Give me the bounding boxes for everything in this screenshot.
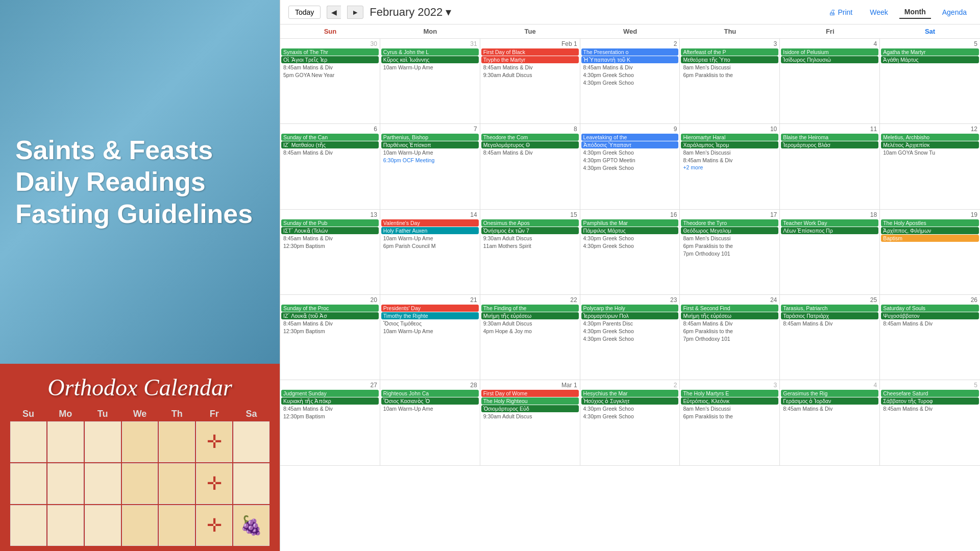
event-pill[interactable]: 8:45am Matins & Div xyxy=(681,157,778,164)
event-pill[interactable]: Meletius, Archbisho xyxy=(881,134,979,141)
event-pill[interactable]: 8:45am Matins & Div xyxy=(881,320,979,327)
event-pill[interactable]: Hieromartyr Haral xyxy=(681,134,778,141)
event-pill[interactable]: 6pm Parish Council M xyxy=(381,242,479,249)
event-pill[interactable]: Ψυχοσάββατον xyxy=(881,312,979,319)
event-pill[interactable]: The Presentation o xyxy=(581,48,679,56)
event-pill[interactable]: 6pm Paraklisis to the xyxy=(681,242,778,249)
more-events-link[interactable]: +2 more xyxy=(681,164,705,171)
event-pill[interactable]: 8:45am Matins & Div xyxy=(881,405,979,412)
event-pill[interactable]: First Day of Black xyxy=(481,48,579,56)
event-pill[interactable]: 8am Men's Discussi xyxy=(681,64,778,71)
event-pill[interactable]: Ἱερομάρτυρος Βλάσ xyxy=(781,141,878,148)
event-pill[interactable]: Ἡσύχιος ὁ Συγκλητ xyxy=(581,397,679,405)
event-pill[interactable]: Presidents' Day xyxy=(381,305,479,312)
next-button[interactable]: ► xyxy=(347,6,363,19)
event-pill[interactable]: 12:30pm Baptism xyxy=(281,413,379,420)
event-pill[interactable]: ΙΖ΄ Ματθαίου (τῆς xyxy=(281,141,379,148)
month-view-button[interactable]: Month xyxy=(899,6,931,19)
event-pill[interactable]: 8:45am Matins & Div xyxy=(281,320,379,327)
event-pill[interactable]: 4:30pm Greek Schoo xyxy=(581,71,679,79)
event-pill[interactable]: 8:45am Matins & Div xyxy=(781,405,878,412)
event-pill[interactable]: Μελέτιος Ἀρχιεπίσκ xyxy=(881,141,979,148)
event-pill[interactable]: Cyrus & John the L xyxy=(381,48,479,56)
event-pill[interactable]: 8:45am Matins & Div xyxy=(481,64,579,71)
event-pill[interactable]: Afterfeast of the P xyxy=(681,48,778,56)
event-pill[interactable]: Gerasimus the Rig xyxy=(781,390,878,397)
event-pill[interactable]: Theodore the Com xyxy=(481,134,579,141)
event-pill[interactable]: 4:30pm Greek Schoo xyxy=(581,405,679,412)
event-pill[interactable]: Εὐτρόπιος, Κλεόνικ xyxy=(681,397,778,405)
print-button[interactable]: 🖨 Print xyxy=(828,8,852,16)
event-pill[interactable]: 9:30am Adult Discus xyxy=(481,320,579,327)
event-pill[interactable]: Theodore the Tyro xyxy=(681,219,778,227)
event-pill[interactable]: Μνήμη τῆς εὑρέσεω xyxy=(481,312,579,319)
event-pill[interactable]: Synaxis of The Thr xyxy=(281,48,379,56)
event-pill[interactable]: Parthenius, Bishop xyxy=(381,134,479,141)
event-pill[interactable]: 4:30pm Greek Schoo xyxy=(581,79,679,86)
event-pill[interactable]: Ἀρχίππος, Φιλήμων xyxy=(881,227,979,234)
event-pill[interactable]: 7pm Orthodoxy 101 xyxy=(681,250,778,257)
event-pill[interactable]: 4:30pm Greek Schoo xyxy=(581,164,679,171)
event-pill[interactable]: 12:30pm Baptism xyxy=(281,328,379,335)
event-pill[interactable]: 8:45am Matins & Div xyxy=(281,235,379,242)
event-pill[interactable]: 4:30pm Greek Schoo xyxy=(581,149,679,156)
event-pill[interactable]: 10am Warm-Up Ame xyxy=(381,149,479,156)
event-pill[interactable]: Χαράλαμπος Ἱερομ xyxy=(681,141,778,148)
event-pill[interactable]: 11am Mothers Spirit xyxy=(481,242,579,249)
event-pill[interactable]: Ταράσιος Πατριάρχ xyxy=(781,312,878,319)
event-pill[interactable]: The Holy Apostles xyxy=(881,219,979,227)
event-pill[interactable]: Πάμφιλος Μάρτυς xyxy=(581,227,679,234)
event-pill[interactable]: The Holy Righteou xyxy=(481,397,579,405)
event-pill[interactable]: 7pm Orthodoxy 101 xyxy=(681,335,778,342)
event-pill[interactable]: 10am Warm-Up Ame xyxy=(381,64,479,71)
event-pill[interactable]: ΙΖ΄ Λουκᾶ (τοῦ Ἀσ xyxy=(281,312,379,319)
event-pill[interactable]: Ὀνήσιμος ἐκ τῶν 7 xyxy=(481,227,579,234)
event-pill[interactable]: 10am Warm-Up Ame xyxy=(381,235,479,242)
event-pill[interactable]: First Day of Wome xyxy=(481,390,579,397)
event-pill[interactable]: 5pm GOYA New Year xyxy=(281,71,379,79)
event-pill[interactable]: Ὅσιος Τιμόθεος xyxy=(381,320,479,327)
event-pill[interactable]: Μεθεόρτια τῆς Ὑπο xyxy=(681,56,778,63)
event-pill[interactable]: Hesychius the Mar xyxy=(581,390,679,397)
event-pill[interactable]: 4:30pm Greek Schoo xyxy=(581,328,679,335)
event-pill[interactable]: Righteous John Ca xyxy=(381,390,479,397)
event-pill[interactable]: 10am Warm-Up Ame xyxy=(381,328,479,335)
event-pill[interactable]: 9:30am Adult Discus xyxy=(481,413,579,420)
event-pill[interactable]: Ἰσίδωρος Πηλουσιώ xyxy=(781,56,878,63)
month-title-text[interactable]: February 2022 xyxy=(370,6,443,18)
event-pill[interactable]: Παρθένιος Ἐπίσκοπ xyxy=(381,141,479,148)
event-pill[interactable]: Κῦρος καὶ Ἰωάννης xyxy=(381,56,479,63)
event-pill[interactable]: 8:45am Matins & Div xyxy=(481,149,579,156)
event-pill[interactable]: Polycarp the Holy xyxy=(581,305,679,312)
event-pill[interactable]: 8am Men's Discussi xyxy=(681,405,778,412)
event-pill[interactable]: Blaise the Heiroma xyxy=(781,134,878,141)
event-pill[interactable]: Valentine's Day xyxy=(381,219,479,227)
event-pill[interactable]: Trypho the Martyr xyxy=(481,56,579,63)
event-pill[interactable]: 8:45am Matins & Div xyxy=(281,149,379,156)
event-pill[interactable]: 4:30pm Greek Schoo xyxy=(581,235,679,242)
agenda-view-button[interactable]: Agenda xyxy=(937,6,972,18)
event-pill[interactable]: 10am Warm-Up Ame xyxy=(381,405,479,412)
event-pill[interactable]: Timothy the Righte xyxy=(381,312,479,319)
event-pill[interactable]: Κυριακὴ τῆς Ἀπόκρ xyxy=(281,397,379,405)
event-pill[interactable]: Sunday of the Can xyxy=(281,134,379,141)
event-pill[interactable]: 9:30am Adult Discus xyxy=(481,235,579,242)
event-pill[interactable]: 4:30pm GPTO Meetin xyxy=(581,157,679,164)
event-pill[interactable]: Sunday of the Proc xyxy=(281,305,379,312)
event-pill[interactable]: Leavetaking of the xyxy=(581,134,679,141)
week-view-button[interactable]: Week xyxy=(865,6,893,18)
event-pill[interactable]: Θεόδωρος Μεγαλομ xyxy=(681,227,778,234)
event-pill[interactable]: Pamphilus the Mar xyxy=(581,219,679,227)
event-pill[interactable]: 4:30pm Greek Schoo xyxy=(581,242,679,249)
event-pill[interactable]: 4:30pm Greek Schoo xyxy=(581,413,679,420)
event-pill[interactable]: Isidore of Pelusium xyxy=(781,48,878,56)
event-pill[interactable]: 6pm Paraklisis to the xyxy=(681,413,778,420)
event-pill[interactable]: 8:45am Matins & Div xyxy=(281,405,379,412)
event-pill[interactable]: 10am GOYA Snow Tu xyxy=(881,149,979,156)
event-pill[interactable]: 12:30pm Baptism xyxy=(281,242,379,249)
event-pill[interactable]: 6pm Paraklisis to the xyxy=(681,328,778,335)
event-pill[interactable]: Λέων Ἐπίσκοπος Πρ xyxy=(781,227,878,234)
event-pill[interactable]: 6pm Paraklisis to the xyxy=(681,71,778,79)
event-pill[interactable]: The Finding of the xyxy=(481,305,579,312)
event-pill[interactable]: Onesimus the Apos xyxy=(481,219,579,227)
